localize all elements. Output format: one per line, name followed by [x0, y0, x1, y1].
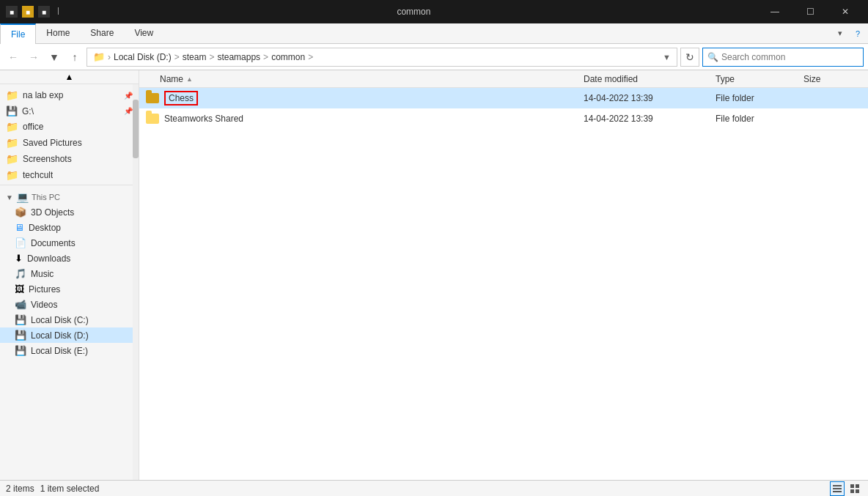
tab-home[interactable]: Home	[36, 23, 80, 43]
file-row-chess[interactable]: Chess 14-04-2022 13:39 File folder	[139, 88, 868, 108]
title-bar-separator: |	[54, 6, 62, 18]
recent-locations-button[interactable]: ▼	[45, 48, 63, 66]
up-button[interactable]: ↑	[66, 48, 84, 66]
large-icons-view-icon	[850, 484, 860, 494]
column-header-name[interactable]: Name ▲	[160, 74, 584, 84]
search-icon: 🔍	[707, 52, 718, 62]
pin-icon-na-lab-exp[interactable]: 📌	[124, 92, 133, 100]
path-sep-3: >	[263, 52, 268, 62]
path-part-3[interactable]: common	[271, 52, 305, 62]
sidebar-item-office[interactable]: 📁 office	[0, 119, 139, 135]
sidebar-item-local-disk-c[interactable]: 💾 Local Disk (C:)	[0, 312, 139, 327]
icon-music: 🎵	[15, 268, 26, 279]
sidebar-item-local-disk-d[interactable]: 💾 Local Disk (D:)	[0, 327, 139, 343]
path-part-2[interactable]: steamapps	[217, 52, 260, 62]
path-part-0[interactable]: Local Disk (D:)	[114, 52, 172, 62]
large-icons-view-button[interactable]	[847, 481, 862, 496]
sidebar-divider-1	[0, 185, 139, 185]
icon-videos: 📹	[15, 299, 26, 310]
sidebar-item-downloads[interactable]: ⬇ Downloads	[0, 251, 139, 266]
sidebar-item-local-disk-e[interactable]: 💾 Local Disk (E:)	[0, 343, 139, 358]
search-box: 🔍	[702, 48, 864, 67]
minimize-button[interactable]: —	[758, 0, 792, 23]
sidebar-scrollbar[interactable]	[133, 70, 139, 480]
sidebar-item-techcult[interactable]: 📁 techcult	[0, 167, 139, 183]
file-row-steamworks-shared[interactable]: Steamworks Shared 14-04-2022 13:39 File …	[139, 108, 868, 129]
file-type-chess: File folder	[716, 93, 803, 103]
ribbon-tab-actions: ▾ ?	[830, 23, 868, 43]
forward-button[interactable]: →	[25, 48, 43, 66]
sidebar: ▲ 📁 na lab exp 📌 💾 G:\ 📌 📁 office 📁 Save…	[0, 70, 139, 480]
sort-arrow-name: ▲	[186, 75, 193, 83]
icon-local-disk-e: 💾	[15, 345, 26, 356]
file-name-chess: Chess	[164, 93, 584, 103]
ribbon-help-button[interactable]: ?	[850, 26, 865, 41]
icon-pictures: 🖼	[15, 284, 24, 295]
sidebar-label-na-lab-exp: na lab exp	[23, 90, 63, 100]
svg-rect-4	[856, 484, 859, 488]
this-pc-header[interactable]: ▼ 💻 This PC	[0, 187, 139, 204]
app-icon-1: ■	[6, 6, 18, 18]
item-count: 2 items	[6, 484, 34, 494]
sidebar-item-3d-objects[interactable]: 📦 3D Objects	[0, 204, 139, 220]
ribbon-collapse-button[interactable]: ▾	[833, 26, 847, 41]
app-icon-2: ■	[22, 6, 34, 18]
sidebar-label-techcult: techcult	[23, 170, 53, 180]
sidebar-content: 📁 na lab exp 📌 💾 G:\ 📌 📁 office 📁 Saved …	[0, 84, 139, 361]
file-list-header: Name ▲ Date modified Type Size	[139, 70, 868, 88]
sidebar-label-office: office	[23, 122, 43, 132]
icon-local-disk-c: 💾	[15, 314, 26, 325]
address-path[interactable]: 📁 › Local Disk (D:) > steam > steamapps …	[87, 48, 677, 67]
tab-share[interactable]: Share	[80, 23, 124, 43]
title-bar: ■ ■ ■ | common — ☐ ✕	[0, 0, 868, 23]
path-sep-0: ›	[108, 52, 111, 62]
icon-documents: 📄	[15, 237, 26, 248]
sidebar-label-pictures: Pictures	[29, 284, 60, 295]
back-button[interactable]: ←	[4, 48, 22, 66]
sidebar-label-local-disk-d: Local Disk (D:)	[31, 330, 89, 341]
sidebar-item-videos[interactable]: 📹 Videos	[0, 297, 139, 312]
svg-rect-1	[833, 488, 842, 489]
status-left: 2 items 1 item selected	[6, 484, 99, 494]
maximize-button[interactable]: ☐	[793, 0, 827, 23]
folder-icon-na-lab-exp: 📁	[6, 89, 18, 101]
search-input[interactable]	[721, 52, 858, 62]
sidebar-item-music[interactable]: 🎵 Music	[0, 266, 139, 281]
ribbon-tabs: File Home Share View ▾ ?	[0, 23, 868, 44]
refresh-button[interactable]: ↻	[680, 48, 699, 67]
sidebar-scroll-up[interactable]: ▲	[0, 70, 139, 84]
path-sep-1: >	[174, 52, 180, 62]
tab-view[interactable]: View	[124, 23, 163, 43]
sidebar-label-documents: Documents	[31, 238, 76, 248]
sidebar-item-saved-pictures[interactable]: 📁 Saved Pictures	[0, 135, 139, 151]
folder-icon-screenshots: 📁	[6, 153, 18, 165]
sidebar-item-desktop[interactable]: 🖥 Desktop	[0, 220, 139, 235]
drive-icon-g: 💾	[6, 106, 18, 116]
folder-icon-steamworks-shared	[145, 111, 160, 126]
close-button[interactable]: ✕	[828, 0, 862, 23]
path-sep-4: >	[308, 52, 313, 62]
details-view-button[interactable]	[830, 481, 845, 496]
sidebar-label-desktop: Desktop	[29, 223, 61, 233]
title-controls: — ☐ ✕	[758, 0, 862, 23]
column-header-date[interactable]: Date modified	[584, 74, 716, 84]
svg-rect-0	[833, 485, 842, 486]
sidebar-scrollbar-thumb	[133, 100, 139, 158]
sidebar-item-pictures[interactable]: 🖼 Pictures	[0, 281, 139, 297]
column-header-size[interactable]: Size	[803, 74, 862, 84]
this-pc-label: This PC	[32, 193, 60, 201]
svg-rect-5	[850, 489, 854, 493]
sidebar-item-g-drive[interactable]: 💾 G:\ 📌	[0, 103, 139, 119]
icon-local-disk-d: 💾	[15, 330, 26, 341]
sidebar-label-downloads: Downloads	[27, 253, 70, 264]
address-dropdown-button[interactable]: ▼	[663, 53, 671, 62]
path-part-1[interactable]: steam	[183, 52, 207, 62]
main-layout: ▲ 📁 na lab exp 📌 💾 G:\ 📌 📁 office 📁 Save…	[0, 70, 868, 480]
tab-file[interactable]: File	[0, 23, 36, 44]
pin-icon-g-drive[interactable]: 📌	[124, 107, 133, 115]
sidebar-item-screenshots[interactable]: 📁 Screenshots	[0, 151, 139, 167]
column-header-type[interactable]: Type	[716, 74, 803, 84]
sidebar-item-documents[interactable]: 📄 Documents	[0, 235, 139, 251]
sidebar-label-local-disk-c: Local Disk (C:)	[31, 315, 89, 325]
sidebar-item-na-lab-exp[interactable]: 📁 na lab exp 📌	[0, 87, 139, 103]
